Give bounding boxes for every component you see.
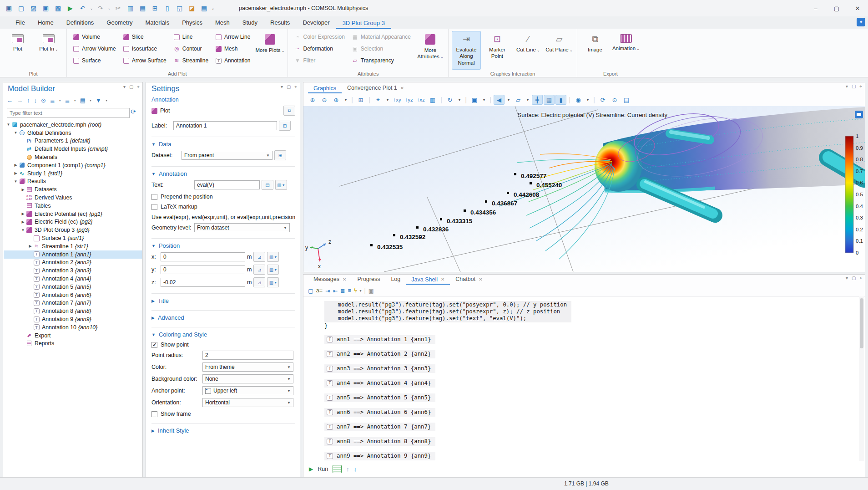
- tree-item-tables[interactable]: Tables: [4, 202, 142, 210]
- show-point-checkbox[interactable]: ✔: [151, 342, 157, 348]
- new-file-icon[interactable]: ▢: [15, 2, 27, 14]
- console-tab-messages[interactable]: Messages✕: [308, 275, 352, 285]
- prepend-position-checkbox[interactable]: [151, 194, 157, 200]
- view-yz-icon[interactable]: ↑yz: [404, 95, 414, 105]
- ribbon-item-contour[interactable]: ◎Contour: [171, 43, 212, 55]
- preview-report-icon[interactable]: ▤: [198, 2, 210, 14]
- range-button[interactable]: ⊿: [253, 277, 265, 287]
- ribbon-button-cut-plane[interactable]: ▱Cut Plane ⌄: [545, 31, 574, 70]
- tree-item-annotation-8[interactable]: TAnnotation 8{ann8}: [4, 307, 142, 315]
- comsol-logo-icon[interactable]: ▣: [3, 2, 15, 14]
- ribbon-button-cut-line[interactable]: ∕Cut Line ⌄: [514, 31, 543, 70]
- chevron-down-icon[interactable]: ▾: [343, 95, 349, 105]
- position-z-input[interactable]: [161, 278, 245, 287]
- sort-lines-icon[interactable]: ≣: [340, 287, 345, 294]
- geometry-level-select[interactable]: From dataset▼: [194, 223, 290, 232]
- pin-panel-icon[interactable]: ⌖: [859, 84, 862, 89]
- ribbon-item-annotation[interactable]: TAnnotation: [212, 55, 253, 66]
- menu-physics[interactable]: Physics: [176, 17, 209, 29]
- ribbon-item-volume[interactable]: Volume: [70, 31, 119, 43]
- expand-icon[interactable]: ▶: [20, 220, 26, 224]
- scrollbar-thumb[interactable]: [860, 298, 863, 348]
- menu-study[interactable]: Study: [236, 17, 264, 29]
- float-panel-icon[interactable]: ▢: [129, 84, 133, 90]
- caret-icon[interactable]: ▾: [74, 98, 76, 102]
- ribbon-item-surface[interactable]: Surface: [70, 55, 119, 66]
- close-button[interactable]: ✕: [847, 0, 868, 16]
- color-select[interactable]: From theme▼: [202, 362, 293, 372]
- ribbon-button-evaluate-along-normal[interactable]: ⇥Evaluate Along Normal: [452, 31, 481, 70]
- plot-canvas[interactable]: Surface: Electric potential (V) Streamli…: [303, 106, 865, 272]
- tree-item-annotation-5[interactable]: TAnnotation 5{ann5}: [4, 283, 142, 291]
- split-button[interactable]: ▥▼: [267, 265, 279, 275]
- snapshot-icon[interactable]: ⊙: [609, 95, 620, 105]
- tree-item-surface-1[interactable]: Surface 1{surf1}: [4, 234, 142, 242]
- orientation-select[interactable]: Horizontal▼: [202, 398, 293, 407]
- tree-item-materials[interactable]: Materials: [4, 153, 142, 161]
- console-tab-progress[interactable]: Progress: [352, 275, 385, 285]
- transparency-icon[interactable]: ▱: [513, 95, 524, 105]
- assistant-icon[interactable]: ✦: [857, 18, 865, 26]
- plot-button[interactable]: Plot: [160, 107, 170, 114]
- tree-item-results[interactable]: ▼Results: [4, 178, 142, 186]
- tree-item-annotation-9[interactable]: TAnnotation 9{ann9}: [4, 315, 142, 323]
- nav-back-icon[interactable]: ←: [7, 97, 13, 104]
- chevron-down-icon[interactable]: ▾: [585, 95, 591, 105]
- expand-icon[interactable]: ▶: [13, 171, 19, 175]
- filter-icon[interactable]: ▼: [96, 97, 101, 104]
- chevron-down-icon[interactable]: ▾: [525, 95, 531, 105]
- redo-icon[interactable]: ↷: [94, 2, 106, 14]
- toolbar-overflow-icon[interactable]: ⌄: [210, 2, 216, 14]
- tree-item-electric-potential-ec-[interactable]: ▶Electric Potential (ec){pg1}: [4, 210, 142, 218]
- menu-materials[interactable]: Materials: [139, 17, 176, 29]
- show-ruler-icon[interactable]: ▮: [555, 95, 566, 105]
- close-icon[interactable]: ✕: [479, 277, 482, 282]
- view-xz-icon[interactable]: ↑xz: [415, 95, 426, 105]
- maximize-button[interactable]: ▢: [826, 0, 847, 16]
- section-title[interactable]: ▶ Title: [151, 293, 295, 304]
- collapse-icon[interactable]: ▼: [20, 228, 26, 232]
- range-button[interactable]: ⊿: [253, 265, 265, 275]
- graphics-tab-convergence-plot-1[interactable]: Convergence Plot 1✕: [342, 83, 409, 93]
- chevron-down-icon[interactable]: ▾: [505, 95, 512, 105]
- expand-icon[interactable]: ▶: [27, 244, 33, 248]
- tree-item-default-model-inputs[interactable]: ⇄Default Model Inputs{cminpt}: [4, 145, 142, 153]
- collapse-icon[interactable]: ▼: [13, 131, 19, 135]
- tree-item-annotation-7[interactable]: TAnnotation 7{ann7}: [4, 299, 142, 307]
- anchor-point-select[interactable]: Upper left▼: [202, 386, 293, 395]
- tree-item-electric-field-ec-[interactable]: ▶Electric Field (ec){pg2}: [4, 218, 142, 226]
- select-entities-icon[interactable]: ◉: [573, 95, 584, 105]
- caret-icon[interactable]: ▾: [359, 289, 361, 293]
- ribbon-button-more-attributes[interactable]: More Attributes ⌄: [416, 31, 445, 70]
- tree-item-global-definitions[interactable]: ▼Global Definitions: [4, 129, 142, 137]
- cut-icon[interactable]: ✂: [112, 2, 124, 14]
- move-down-icon[interactable]: ↓: [34, 97, 37, 104]
- show-plot-window-button[interactable]: ⧉: [283, 106, 295, 116]
- redo-caret-icon[interactable]: ⌄: [106, 2, 112, 14]
- collapse-icon[interactable]: ▼: [13, 179, 19, 184]
- chevron-down-icon[interactable]: ▾: [384, 95, 391, 105]
- ribbon-button-more-plots[interactable]: More Plots ⌄: [255, 31, 284, 70]
- pin-panel-icon[interactable]: ⌖: [137, 84, 140, 90]
- indent-more-icon[interactable]: ⇥: [325, 287, 330, 294]
- open-file-icon[interactable]: ▨: [27, 2, 40, 14]
- menu-definitions[interactable]: Definitions: [60, 17, 101, 29]
- zoom-extents-icon[interactable]: ⊞: [355, 95, 366, 105]
- close-icon[interactable]: ✕: [441, 277, 444, 282]
- ribbon-button-image[interactable]: ⧉Image: [580, 31, 610, 70]
- history-up-icon[interactable]: ↑: [346, 466, 349, 473]
- ribbon-item-arrow-volume[interactable]: Arrow Volume: [70, 43, 119, 55]
- caret-icon[interactable]: ▾: [106, 98, 107, 102]
- context-tab-3d-plot-group-3[interactable]: 3D Plot Group 3: [336, 18, 391, 29]
- range-button[interactable]: ⊿: [253, 252, 265, 262]
- history-down-icon[interactable]: ↓: [354, 466, 357, 473]
- chevron-down-icon[interactable]: ▾: [456, 95, 463, 105]
- run-script-icon[interactable]: [333, 465, 342, 473]
- collapse-all-icon[interactable]: ≣: [65, 97, 70, 104]
- tree-item-annotation-3[interactable]: TAnnotation 3{ann3}: [4, 266, 142, 275]
- tree-item-parameters-1[interactable]: PiParameters 1{default}: [4, 137, 142, 145]
- tree-item-derived-values[interactable]: 8.85e-12Derived Values: [4, 194, 142, 202]
- background-color-select[interactable]: None▼: [202, 374, 293, 383]
- expression-button[interactable]: ▤: [262, 180, 273, 190]
- clear-console-icon[interactable]: ▢: [308, 287, 313, 294]
